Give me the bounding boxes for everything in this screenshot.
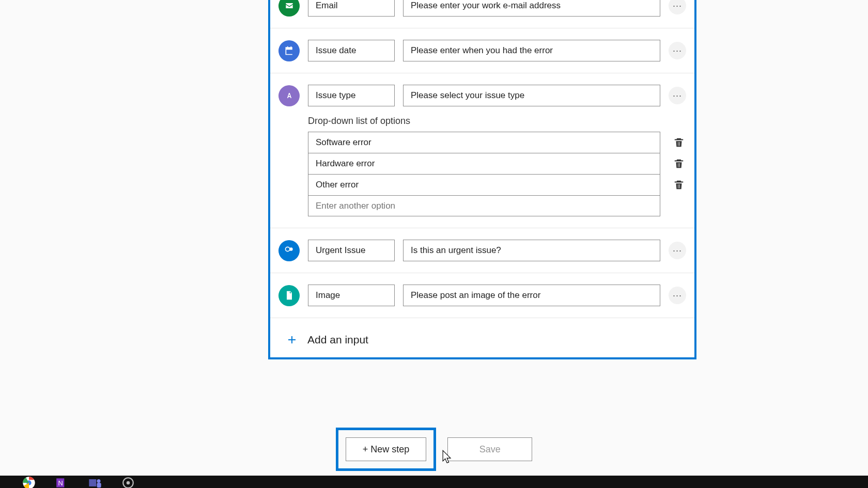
type-name-input[interactable] (308, 85, 395, 106)
add-input-label: Add an input (307, 334, 368, 346)
trash-icon (673, 137, 685, 148)
add-input-button[interactable]: Add an input (270, 329, 694, 346)
more-icon: ··· (673, 46, 682, 55)
taskbar-onenote-icon[interactable]: N (51, 471, 73, 488)
more-icon: ··· (673, 91, 682, 100)
new-step-highlight: + New step (336, 428, 437, 471)
input-block-type: ··· Drop-down list of options (270, 85, 694, 228)
new-option-input[interactable] (308, 195, 660, 216)
svg-rect-6 (97, 483, 101, 487)
text-icon (278, 85, 300, 106)
date-name-input[interactable] (308, 40, 395, 61)
save-button[interactable]: Save (447, 437, 532, 461)
svg-text:N: N (58, 479, 63, 487)
option-input-2[interactable] (308, 174, 660, 195)
email-desc-input[interactable] (403, 0, 660, 17)
more-icon: ··· (673, 246, 682, 255)
delete-option-button[interactable] (672, 178, 686, 192)
svg-point-5 (97, 479, 101, 483)
more-icon: ··· (673, 291, 682, 300)
date-more-button[interactable]: ··· (669, 42, 686, 59)
type-more-button[interactable]: ··· (669, 87, 686, 104)
input-block-urgent: ··· (270, 240, 694, 273)
new-step-button[interactable]: + New step (346, 437, 427, 461)
urgent-name-input[interactable] (308, 240, 395, 261)
taskbar: N (0, 476, 868, 488)
type-desc-input[interactable] (403, 85, 660, 106)
input-block-date: ··· (270, 40, 694, 73)
dropdown-options-section: Drop-down list of options (278, 116, 686, 216)
date-desc-input[interactable] (403, 40, 660, 61)
delete-option-button[interactable] (672, 135, 686, 150)
taskbar-app-icon[interactable] (117, 471, 140, 488)
yesno-icon (278, 240, 300, 261)
image-name-input[interactable] (308, 285, 395, 306)
svg-point-8 (127, 481, 130, 485)
delete-option-button[interactable] (672, 156, 686, 171)
input-block-image: ··· (270, 285, 694, 318)
urgent-desc-input[interactable] (403, 240, 660, 261)
plus-icon (286, 334, 298, 346)
email-more-button[interactable]: ··· (669, 0, 686, 14)
svg-rect-4 (89, 479, 96, 486)
option-input-0[interactable] (308, 132, 660, 153)
trash-icon (673, 158, 685, 169)
email-name-input[interactable] (308, 0, 395, 17)
action-row: + New step Save (0, 428, 868, 471)
taskbar-teams-icon[interactable] (84, 471, 106, 488)
urgent-more-button[interactable]: ··· (669, 242, 686, 259)
option-row (308, 153, 686, 174)
taskbar-chrome-icon[interactable] (18, 471, 40, 488)
new-option-row (308, 195, 686, 216)
more-icon: ··· (673, 1, 682, 10)
image-desc-input[interactable] (403, 285, 660, 306)
image-more-button[interactable]: ··· (669, 287, 686, 304)
dropdown-options-label: Drop-down list of options (308, 116, 686, 127)
trigger-card: ··· ··· ··· Drop-down list of options (268, 0, 696, 359)
file-icon (278, 285, 300, 306)
trash-icon (673, 179, 685, 191)
option-input-1[interactable] (308, 153, 660, 174)
option-row (308, 174, 686, 195)
email-icon (278, 0, 300, 17)
option-row (308, 132, 686, 153)
input-block-email: ··· (270, 0, 694, 28)
date-icon (278, 40, 300, 61)
